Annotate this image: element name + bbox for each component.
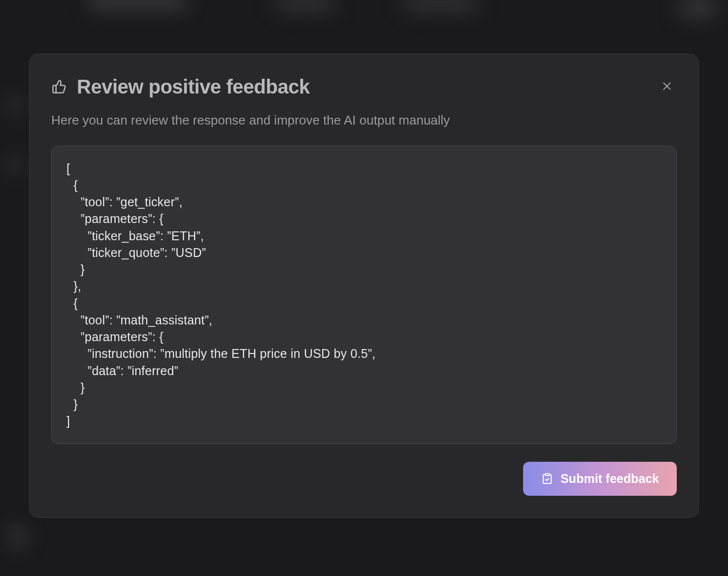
backdrop-blur-shape [276,0,335,10]
submit-feedback-button[interactable]: Submit feedback [523,462,677,496]
backdrop-blur-shape [9,98,21,113]
thumbs-up-icon [51,79,67,95]
feedback-textarea[interactable]: [ { ”tool”: ”get_ticker”, ”parameters”: … [66,160,662,430]
submit-button-label: Submit feedback [561,472,659,486]
modal-footer: Submit feedback [51,462,677,496]
modal-header: Review positive feedback [51,76,677,98]
clipboard-check-icon [541,472,554,485]
backdrop-blur-shape [404,0,478,10]
backdrop-blur-shape [9,158,21,172]
modal-title-group: Review positive feedback [51,76,310,98]
feedback-modal: Review positive feedback Here you can re… [29,54,699,518]
modal-subtitle: Here you can review the response and imp… [51,113,677,128]
close-icon [661,80,673,94]
feedback-textarea-container[interactable]: [ { ”tool”: ”get_ticker”, ”parameters”: … [51,146,677,444]
svg-rect-2 [545,474,549,476]
backdrop-blur-shape [679,0,718,17]
backdrop-blur-shape [10,527,25,546]
close-button[interactable] [657,77,677,96]
modal-title: Review positive feedback [77,76,310,98]
